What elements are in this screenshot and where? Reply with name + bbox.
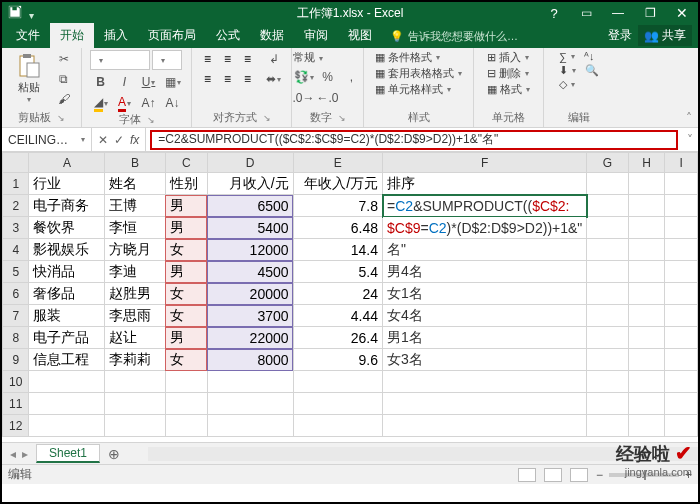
cell[interactable]: 22000: [207, 327, 293, 349]
cell[interactable]: 方晓月: [105, 239, 165, 261]
normal-view-button[interactable]: [518, 468, 536, 482]
format-as-table-button[interactable]: ▦套用表格格式▾: [375, 66, 462, 81]
tab-formulas[interactable]: 公式: [206, 23, 250, 48]
expand-formula-bar-icon[interactable]: ˅: [682, 133, 698, 147]
fill-button[interactable]: ⬇▾ 🔍: [559, 64, 599, 77]
cell[interactable]: 4500: [207, 261, 293, 283]
col-header-corner[interactable]: [3, 153, 29, 173]
italic-button[interactable]: I: [114, 73, 136, 91]
dialog-launcher-icon[interactable]: ↘: [338, 113, 346, 123]
percent-button[interactable]: %: [317, 68, 339, 86]
cell[interactable]: 6.48: [293, 217, 383, 239]
enter-formula-button[interactable]: ✓: [114, 133, 124, 147]
dialog-launcher-icon[interactable]: ↘: [57, 113, 65, 123]
cell[interactable]: 24: [293, 283, 383, 305]
tab-data[interactable]: 数据: [250, 23, 294, 48]
tab-view[interactable]: 视图: [338, 23, 382, 48]
qat-dropdown-icon[interactable]: ▾: [29, 10, 34, 21]
tab-layout[interactable]: 页面布局: [138, 23, 206, 48]
cell[interactable]: 7.8: [293, 195, 383, 217]
cell[interactable]: 9.6: [293, 349, 383, 371]
sheet-tab-sheet1[interactable]: Sheet1: [36, 444, 100, 463]
tab-insert[interactable]: 插入: [94, 23, 138, 48]
cell[interactable]: 14.4: [293, 239, 383, 261]
cell[interactable]: 女1名: [383, 283, 587, 305]
row-header[interactable]: 7: [3, 305, 29, 327]
dec-decimal-button[interactable]: ←.0: [317, 89, 339, 107]
tab-home[interactable]: 开始: [50, 23, 94, 48]
col-header-D[interactable]: D: [207, 153, 293, 173]
cell[interactable]: 李思雨: [105, 305, 165, 327]
format-painter-button[interactable]: 🖌: [53, 90, 75, 108]
formula-bar[interactable]: =C2&SUMPRODUCT(($C$2:$C$9=C2)*(D$2:D$9>D…: [150, 130, 678, 150]
cell[interactable]: 餐饮界: [29, 217, 105, 239]
worksheet[interactable]: ABCDEFGHI1 行业 姓名 性别 月收入/元 年收入/万元 排序2电子商务…: [2, 152, 698, 442]
row-header[interactable]: 5: [3, 261, 29, 283]
comma-button[interactable]: ,: [341, 68, 363, 86]
cell[interactable]: 性别: [165, 173, 207, 195]
col-header-E[interactable]: E: [293, 153, 383, 173]
cell[interactable]: 电子产品: [29, 327, 105, 349]
copy-button[interactable]: ⧉: [53, 70, 75, 88]
clear-button[interactable]: ◇▾: [559, 78, 599, 91]
cell[interactable]: 6500: [207, 195, 293, 217]
font-name-box[interactable]: ▾: [90, 50, 150, 70]
cell[interactable]: 李恒: [105, 217, 165, 239]
cell[interactable]: 行业: [29, 173, 105, 195]
prev-sheet-icon[interactable]: ◂: [10, 447, 16, 461]
save-icon[interactable]: [8, 5, 22, 19]
row-header[interactable]: 4: [3, 239, 29, 261]
cell-styles-button[interactable]: ▦单元格样式▾: [375, 82, 462, 97]
cell[interactable]: 女: [165, 305, 207, 327]
page-break-view-button[interactable]: [570, 468, 588, 482]
cell[interactable]: 赵让: [105, 327, 165, 349]
share-button[interactable]: 👥 共享: [638, 25, 692, 46]
add-sheet-button[interactable]: ⊕: [100, 446, 128, 462]
help-button[interactable]: ?: [538, 2, 570, 24]
row-header[interactable]: 10: [3, 371, 29, 393]
name-box[interactable]: CEILING…▾: [2, 128, 92, 151]
cell[interactable]: 26.4: [293, 327, 383, 349]
format-cells-button[interactable]: ▦格式▾: [487, 82, 530, 97]
border-button[interactable]: ▦▾: [162, 73, 184, 91]
row-header[interactable]: 3: [3, 217, 29, 239]
cell[interactable]: 5.4: [293, 261, 383, 283]
col-header-I[interactable]: I: [665, 153, 698, 173]
col-header-A[interactable]: A: [29, 153, 105, 173]
cell[interactable]: 赵胜男: [105, 283, 165, 305]
cell[interactable]: 男: [165, 261, 207, 283]
row-header[interactable]: 8: [3, 327, 29, 349]
col-header-B[interactable]: B: [105, 153, 165, 173]
insert-function-button[interactable]: fx: [130, 133, 139, 147]
zoom-out-button[interactable]: −: [596, 468, 603, 482]
cell[interactable]: 排序: [383, 173, 587, 195]
col-header-H[interactable]: H: [628, 153, 665, 173]
cell[interactable]: 男: [165, 195, 207, 217]
autosum-button[interactable]: ∑▾ ᴬ↓: [559, 50, 599, 63]
paste-button[interactable]: 粘贴▾: [9, 50, 49, 106]
row-header[interactable]: 9: [3, 349, 29, 371]
cell[interactable]: 服装: [29, 305, 105, 327]
cell[interactable]: 女: [165, 239, 207, 261]
currency-button[interactable]: 💱▾: [293, 68, 315, 86]
cell[interactable]: 姓名: [105, 173, 165, 195]
cell[interactable]: 王博: [105, 195, 165, 217]
login-link[interactable]: 登录: [608, 27, 632, 44]
dialog-launcher-icon[interactable]: ↘: [147, 115, 155, 125]
cell[interactable]: 3700: [207, 305, 293, 327]
cell[interactable]: 电子商务: [29, 195, 105, 217]
cell[interactable]: 女: [165, 283, 207, 305]
close-button[interactable]: ✕: [666, 2, 698, 24]
collapse-ribbon-icon[interactable]: ˄: [686, 111, 692, 125]
underline-button[interactable]: U▾: [138, 73, 160, 91]
col-header-C[interactable]: C: [165, 153, 207, 173]
cell[interactable]: 影视娱乐: [29, 239, 105, 261]
dialog-launcher-icon[interactable]: ↘: [263, 113, 271, 123]
cell[interactable]: 名": [383, 239, 587, 261]
cell[interactable]: 李迪: [105, 261, 165, 283]
ribbon-display-button[interactable]: ▭: [570, 2, 602, 24]
row-header[interactable]: 2: [3, 195, 29, 217]
row-header[interactable]: 12: [3, 415, 29, 437]
cell[interactable]: 5400: [207, 217, 293, 239]
conditional-format-button[interactable]: ▦条件格式▾: [375, 50, 462, 65]
